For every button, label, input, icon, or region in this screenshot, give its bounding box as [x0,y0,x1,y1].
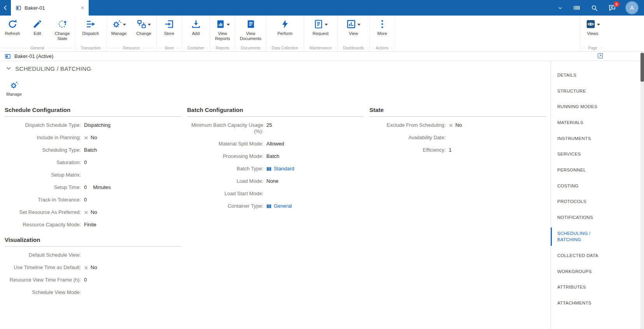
tab-baker-01[interactable]: Baker-01 [11,0,89,16]
manage-button[interactable]: Manage [6,80,22,96]
field-value [84,252,181,258]
field-container-type: Container Type: General [187,200,364,212]
view-dashboards-button[interactable]: View [341,16,366,45]
entity-title: Baker-01 (Active) [14,53,53,59]
request-button[interactable]: Request [308,16,333,45]
views-label: Views [587,31,598,36]
field-load-start-mode: Load Start Mode: [187,187,364,200]
scrollbar-thumb[interactable] [640,53,644,82]
container-type-link[interactable]: General [266,203,292,209]
toolbar-group-dashboards: View Dashboards [338,16,370,51]
sidebar-item-attributes[interactable]: ATTRIBUTES [551,279,609,295]
add-container-button[interactable]: Add [184,16,208,45]
change-state-button[interactable]: Change State [50,16,75,45]
sidebar-item-attachments[interactable]: ATTACHMENTS [551,295,609,311]
field-value-text: No [455,122,462,128]
toolbar-group-maintenance: Request Maintenance [304,16,338,51]
toolbar-group-transaction: Dispatch Transaction [75,16,107,51]
dropdown-caret-icon [148,24,151,26]
eye-views-icon [586,19,596,29]
more-button[interactable]: More [370,16,395,45]
panel-batch-configuration: Batch Configuration Minimum Batch Capaci… [187,107,364,231]
field-value [449,135,546,141]
manage-resource-button[interactable]: Manage [107,16,131,45]
sidebar-item-running-modes[interactable]: RUNNING MODES [551,99,609,115]
refresh-icon [7,19,18,29]
request-document-icon [313,19,324,29]
chat-icon[interactable]: 5 [608,4,616,12]
action-toolbar: Refresh Edit Change State General [0,16,644,52]
more-label: More [377,31,387,36]
edit-button[interactable]: Edit [25,16,50,45]
view-reports-button[interactable]: View Reports [210,16,235,45]
field-label: Track-In Tolerance: [5,197,81,203]
add-download-icon [191,19,201,29]
view-documents-label: View Documents [239,31,262,41]
field-label: Set Resource As Preferred: [5,209,81,215]
scrollbar[interactable] [640,52,644,329]
dispatch-button[interactable]: Dispatch [78,16,103,45]
field-label: Load Start Mode: [187,191,263,197]
x-icon [449,123,453,128]
view-reports-label: View Reports [211,31,234,41]
field-include-in-planning: Include in Planning: No [5,131,181,144]
field-value: 0 [84,159,181,166]
store-button[interactable]: Store [157,16,182,45]
field-label: Include in Planning: [5,135,81,141]
field-batch-type: Batch Type: Standard [187,163,364,175]
tab-title: Baker-01 [24,5,77,11]
sidebar-item-services[interactable]: SERVICES [551,146,609,162]
chevron-down-icon[interactable] [558,5,563,10]
field-value [266,191,364,197]
search-icon[interactable] [591,4,598,12]
section-scheduling-batching-header[interactable]: SCHEDULING / BATCHING [0,63,551,74]
perform-button[interactable]: Perform [273,16,298,45]
field-resource-view-time-frame: Resource View Time Frame (h): 0 [5,274,181,286]
sidebar-item-costing[interactable]: COSTING [551,178,609,194]
expand-icon[interactable] [597,52,604,59]
view-documents-button[interactable]: View Documents [238,16,263,45]
change-resource-button[interactable]: Change [131,16,156,45]
sidebar-item-collected-data[interactable]: COLLECTED DATA [551,248,609,264]
sidebar-item-instruments[interactable]: INSTRUMENTS [551,131,609,147]
back-chevron-icon[interactable] [0,4,11,11]
field-processing-mode: Processing Mode: Batch [187,150,364,163]
panel-title: Visualization [5,236,181,247]
close-icon[interactable] [80,5,85,10]
section-title: SCHEDULING / BATCHING [15,65,91,72]
views-button[interactable]: Views [580,16,605,45]
sidebar-item-materials[interactable]: MATERIALS [551,115,609,131]
panel-title: Batch Configuration [187,107,364,117]
batch-type-link[interactable]: Standard [266,166,294,172]
dashboard-icon [346,19,356,29]
field-material-split-mode: Material Split Mode: Allowed [187,138,364,150]
sidebar-item-personnel[interactable]: PERSONNEL [551,162,609,178]
toolbar-group-label: Store [157,45,182,51]
toolbar-group-container: Add Container [182,16,210,51]
toolbar-group-label: Transaction [75,45,106,51]
view-label: View [349,31,358,36]
toolbar-group-label: Actions [370,45,395,51]
toolbar-group-store: Store Store [157,16,182,51]
sidebar-item-notifications[interactable]: NOTIFICATIONS [551,210,609,226]
sidebar-item-structure[interactable]: STRUCTURE [551,83,609,99]
sidebar-item-scheduling-batching[interactable]: SCHEDULING / BATCHING [551,226,609,248]
field-value [84,289,181,296]
toolbar-group-label: Maintenance [304,45,337,51]
sidebar-item-details[interactable]: DETAILS [551,67,609,83]
field-value-suffix: Minutes [93,184,111,191]
avatar[interactable]: A [626,2,638,14]
sidebar-item-protocols[interactable]: PROTOCOLS [551,194,609,210]
field-setup-time: Setup Time: 0 Minutes [5,181,181,194]
field-track-in-tolerance: Track-In Tolerance: 0 [5,194,181,206]
panel-visualization: Visualization Default Schedule View: Use… [5,236,181,299]
dropdown-caret-icon [227,24,230,26]
sidebar-item-workgroups[interactable]: WORKGROUPS [551,264,609,280]
field-label: Load Mode: [187,178,263,184]
scan-icon[interactable] [573,4,581,12]
field-value: Finite [84,222,181,228]
panel-title: State [369,107,546,117]
toolbar-group-label: Page [580,45,605,51]
dropdown-caret-icon [357,24,360,26]
refresh-button[interactable]: Refresh [0,16,25,45]
